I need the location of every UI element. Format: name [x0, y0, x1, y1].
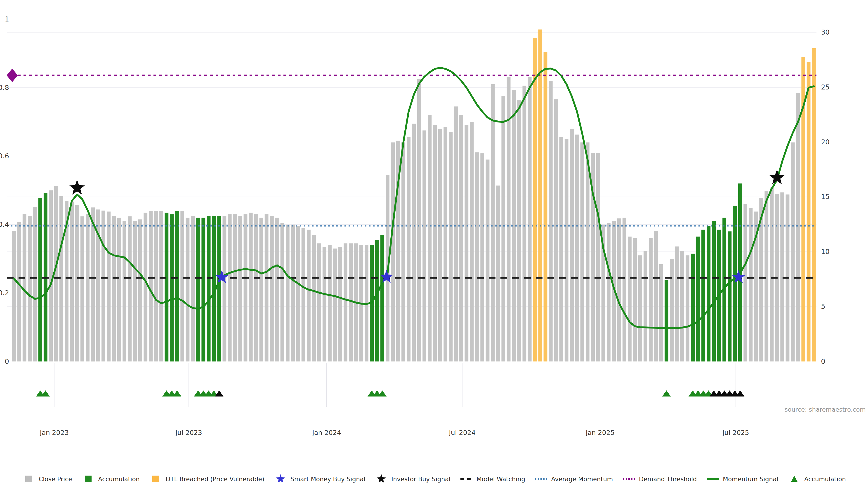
close-price-bar	[486, 160, 490, 361]
close-price-bar	[18, 222, 21, 361]
legend-item-demand-threshold[interactable]: Demand Threshold	[622, 474, 697, 484]
accumulation-triangle-icon	[41, 390, 50, 396]
close-price-bar	[465, 125, 468, 361]
close-price-bar	[617, 219, 621, 361]
close-price-bar	[680, 251, 684, 361]
legend-label: Accumulation	[804, 476, 846, 483]
close-price-bar	[302, 228, 305, 361]
legend-label: Investor Buy Signal	[391, 476, 451, 483]
close-price-bar	[270, 216, 274, 361]
close-price-bar	[638, 255, 642, 361]
close-price-bar	[344, 243, 347, 361]
legend-star	[377, 474, 386, 483]
close-price-bar	[581, 142, 584, 361]
accumulation-bar	[696, 236, 700, 361]
close-price-bar	[238, 216, 242, 361]
legend-item-accumulation[interactable]: Accumulation	[82, 474, 140, 484]
legend-label: Momentum Signal	[723, 476, 778, 483]
y-axis-right-tick-label: 0	[821, 357, 825, 365]
close-price-bar	[159, 211, 163, 361]
close-price-bar	[686, 255, 689, 361]
legend-label: Close Price	[39, 476, 72, 483]
close-price-bar	[128, 217, 131, 361]
accumulation-bar	[733, 206, 737, 361]
close-price-bar	[349, 243, 352, 361]
close-price-bar	[654, 231, 658, 361]
close-price-bar	[101, 210, 105, 361]
y-axis-right-tick-label: 20	[821, 138, 830, 146]
legend-label: Model Watching	[476, 476, 525, 483]
x-axis-date-label: Jan 2024	[312, 429, 341, 436]
close-price-bar	[791, 142, 795, 361]
legend-star	[276, 474, 285, 483]
triangle-legend-icon	[788, 474, 801, 484]
close-price-bar	[470, 122, 474, 362]
y-axis-right-tick-label: 30	[821, 28, 830, 36]
close-price-bar	[596, 153, 600, 361]
accumulation-bar	[164, 213, 168, 361]
close-price-bar	[223, 216, 226, 361]
legend-item-investor-buy-signal[interactable]: Investor Buy Signal	[375, 474, 451, 484]
close-price-bar	[265, 215, 269, 362]
close-price-bar	[459, 115, 463, 361]
y-axis-left-tick-label: 0.8	[0, 84, 9, 92]
close-price-bar	[81, 217, 84, 361]
close-price-bar	[244, 215, 248, 362]
accumulation-bar	[702, 230, 705, 361]
close-price-bar	[186, 218, 190, 361]
close-price-bar	[233, 215, 237, 362]
source-credit: source: sharemaestro.com	[784, 406, 866, 413]
swatch-legend-icon	[82, 474, 95, 484]
legend-item-smart-money-buy-signal[interactable]: Smart Money Buy Signal	[274, 474, 366, 484]
close-price-bar	[133, 221, 137, 361]
legend-item-accumulation[interactable]: Accumulation	[788, 474, 846, 484]
swatch-legend-icon	[22, 474, 35, 484]
close-price-bar	[628, 236, 631, 361]
swatch-legend-icon	[149, 474, 162, 484]
dash-legend-icon	[460, 474, 473, 484]
legend-item-close-price[interactable]: Close Price	[22, 474, 72, 484]
line-legend-icon	[706, 474, 719, 484]
close-price-bar	[107, 212, 111, 361]
legend-label: Accumulation	[98, 476, 140, 483]
close-price-bar	[228, 215, 232, 362]
y-axis-right-tick-label: 25	[821, 83, 830, 91]
close-price-bar	[286, 225, 289, 361]
accumulation-bar	[707, 226, 710, 361]
close-price-bar	[112, 216, 116, 361]
dtl-breached-bar	[533, 38, 537, 361]
legend-item-model-watching[interactable]: Model Watching	[460, 474, 525, 484]
close-price-bar	[549, 81, 553, 361]
close-price-bar	[607, 223, 611, 361]
close-price-bar	[259, 218, 264, 361]
star-legend-icon	[274, 474, 287, 484]
close-price-bar	[770, 188, 774, 361]
legend-item-average-momentum[interactable]: Average Momentum	[535, 474, 613, 484]
legend-item-momentum-signal[interactable]: Momentum Signal	[706, 474, 778, 484]
close-price-bar	[144, 213, 147, 361]
close-price-bar	[670, 259, 674, 362]
price-momentum-chart: 00.20.40.60.81051015202530Jan 2023Jul 20…	[0, 0, 868, 488]
close-price-bar	[565, 139, 568, 361]
close-price-bar	[86, 215, 90, 362]
x-axis-date-label: Jul 2025	[722, 429, 749, 436]
close-price-bar	[191, 216, 195, 361]
investor-buy-signal-star-icon	[769, 169, 784, 184]
accumulation-bar	[43, 193, 48, 361]
demand-threshold-diamond-icon	[6, 68, 18, 82]
close-price-bar	[249, 213, 253, 361]
legend-item-dtl-breached-price-vulnerable-[interactable]: DTL Breached (Price Vulnerable)	[149, 474, 265, 484]
close-price-bar	[659, 264, 663, 361]
close-price-bar	[517, 100, 521, 362]
close-price-bar	[154, 211, 158, 361]
accumulation-bar	[217, 216, 221, 361]
close-price-bar	[417, 79, 421, 361]
accumulation-bar	[728, 231, 732, 361]
y-axis-left-tick-label: 0.6	[0, 152, 9, 160]
close-price-bar	[528, 77, 532, 362]
accumulation-bar	[712, 221, 716, 361]
x-axis-date-label: Jan 2025	[585, 429, 615, 436]
close-price-bar	[338, 247, 342, 362]
x-axis-date-label: Jul 2024	[448, 429, 475, 436]
dots-legend-icon	[622, 474, 636, 484]
